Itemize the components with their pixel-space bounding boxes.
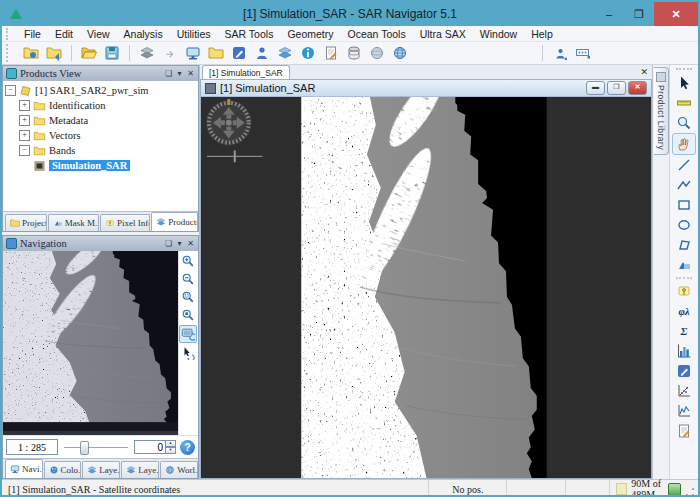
menu-edit[interactable]: Edit — [48, 28, 80, 40]
slider-handle[interactable] — [80, 441, 89, 455]
navigation-thumbnail[interactable] — [3, 251, 178, 435]
notes-page-icon[interactable] — [321, 44, 341, 62]
tree-root[interactable]: − [1] SAR1_SAR2_pwr_sim — [5, 83, 198, 98]
spin-up-icon[interactable]: ▲ — [165, 440, 176, 447]
menu-sar-tools[interactable]: SAR Tools — [218, 28, 281, 40]
import-stack-icon[interactable] — [44, 44, 64, 62]
coordinates-box-icon[interactable] — [573, 44, 593, 62]
garbage-collect-icon[interactable] — [668, 483, 681, 496]
minimize-button[interactable]: – — [594, 2, 624, 26]
tab-mask-manager[interactable]: Mask M... — [48, 214, 99, 231]
rectangle-tool-icon[interactable] — [673, 195, 695, 215]
rotation-input[interactable] — [134, 440, 165, 454]
tab-layer-manager[interactable]: Laye... — [82, 461, 120, 478]
zoom-all-icon[interactable] — [180, 307, 196, 323]
spin-down-icon[interactable]: ▼ — [165, 447, 176, 454]
panel-float-icon[interactable]: ❏ — [164, 239, 173, 248]
geo-position-icon[interactable] — [550, 44, 570, 62]
band-edit-icon[interactable] — [673, 361, 695, 381]
polyline-tool-icon[interactable] — [673, 175, 695, 195]
menu-utilities[interactable]: Utilities — [170, 28, 218, 40]
child-restore-button[interactable]: ❐ — [607, 81, 626, 95]
tab-product-library[interactable]: Product Library — [654, 67, 669, 155]
menu-file[interactable]: File — [17, 28, 48, 40]
tab-products[interactable]: Products — [151, 212, 198, 231]
tree-item-identification[interactable]: + Identification — [19, 98, 198, 113]
shapes-tool-icon[interactable] — [673, 255, 695, 275]
zoom-in-icon[interactable] — [180, 253, 196, 269]
layers-view-icon[interactable] — [137, 44, 157, 62]
menu-drag-handle[interactable] — [6, 28, 13, 40]
child-close-button[interactable]: ✕ — [628, 81, 647, 95]
pin-label-icon[interactable] — [673, 281, 695, 301]
menu-help[interactable]: Help — [524, 28, 560, 40]
ellipse-tool-icon[interactable] — [673, 215, 695, 235]
panel-pin-icon[interactable]: ▾ — [175, 69, 184, 78]
menu-geometry[interactable]: Geometry — [280, 28, 340, 40]
geo-coordinates-icon[interactable]: φλ — [673, 301, 695, 321]
menu-analysis[interactable]: Analysis — [117, 28, 170, 40]
tab-navigation[interactable]: Navi... — [5, 459, 43, 478]
copy-view-icon[interactable] — [206, 44, 226, 62]
child-minimize-button[interactable]: ▬ — [586, 81, 605, 95]
tree-root-label[interactable]: [1] SAR1_SAR2_pwr_sim — [35, 85, 148, 96]
zoom-slider[interactable] — [62, 440, 130, 454]
menu-window[interactable]: Window — [473, 28, 524, 40]
statistics-icon[interactable]: Σ — [673, 321, 695, 341]
tree-item-label[interactable]: Vectors — [49, 130, 81, 141]
user-info-icon[interactable] — [252, 44, 272, 62]
resize-grip[interactable] — [684, 486, 696, 497]
tree-item-label[interactable]: Identification — [49, 100, 106, 111]
menu-ocean-tools[interactable]: Ocean Tools — [341, 28, 413, 40]
tab-layer-editor[interactable]: Laye... — [121, 461, 159, 478]
polygon-tool-icon[interactable] — [673, 235, 695, 255]
panel-float-icon[interactable]: ❏ — [164, 69, 173, 78]
histogram-icon[interactable] — [673, 341, 695, 361]
tree-item-label[interactable]: Bands — [49, 145, 75, 156]
expand-icon[interactable]: + — [19, 100, 30, 111]
tree-item-simulation-sar[interactable]: Simulation_SAR — [33, 158, 198, 173]
zoom-tool-icon[interactable] — [673, 113, 695, 133]
world-view-icon[interactable] — [390, 44, 410, 62]
panel-pin-icon[interactable]: ▾ — [175, 239, 184, 248]
sphere-view-icon[interactable] — [367, 44, 387, 62]
save-product-icon[interactable] — [102, 44, 122, 62]
tab-pixel-info[interactable]: Pixel Info — [100, 214, 150, 231]
tab-world-map[interactable]: Worl... — [160, 461, 198, 478]
collapse-icon[interactable]: − — [19, 145, 30, 156]
profile-plot-icon[interactable] — [673, 401, 695, 421]
close-button[interactable]: ✕ — [654, 2, 698, 26]
tree-item-label[interactable]: Metadata — [49, 115, 88, 126]
panel-close-icon[interactable]: ✕ — [186, 69, 195, 78]
zoom-selection-icon[interactable] — [180, 289, 196, 305]
maximize-button[interactable]: ❐ — [624, 2, 654, 26]
annotation-icon[interactable] — [673, 421, 695, 441]
open-product-icon[interactable] — [79, 44, 99, 62]
menu-ultra-sax[interactable]: Ultra SAX — [413, 28, 473, 40]
measure-ruler-icon[interactable] — [673, 93, 695, 113]
menu-view[interactable]: View — [80, 28, 117, 40]
tree-item-bands[interactable]: − Bands — [19, 143, 198, 158]
tree-selected-label[interactable]: Simulation_SAR — [49, 160, 130, 171]
scatter-plot-icon[interactable] — [673, 381, 695, 401]
expand-icon[interactable]: + — [19, 130, 30, 141]
help-button[interactable]: ? — [180, 440, 195, 455]
select-tool-icon[interactable] — [673, 73, 695, 93]
sync-view-icon[interactable] — [179, 325, 197, 343]
panel-close-icon[interactable]: ✕ — [186, 239, 195, 248]
info-bubble-icon[interactable] — [298, 44, 318, 62]
expand-icon[interactable]: + — [19, 115, 30, 126]
collapse-icon[interactable]: − — [5, 85, 16, 96]
toolbar-drag-handle[interactable] — [676, 68, 693, 70]
pan-tool-icon[interactable] — [672, 133, 696, 155]
image-view-icon[interactable] — [183, 44, 203, 62]
zoom-out-icon[interactable] — [180, 271, 196, 287]
sync-cursor-icon[interactable] — [180, 345, 196, 361]
tree-item-vectors[interactable]: + Vectors — [19, 128, 198, 143]
tab-colour-manipulation[interactable]: Colo... — [44, 461, 82, 478]
document-tab[interactable]: [1] Simulation_SAR — [202, 65, 290, 79]
tab-close-icon[interactable]: ✕ — [640, 67, 648, 77]
step-arrow-icon[interactable] — [160, 44, 180, 62]
layer-stack-icon[interactable] — [275, 44, 295, 62]
tab-project[interactable]: Project — [5, 214, 47, 231]
